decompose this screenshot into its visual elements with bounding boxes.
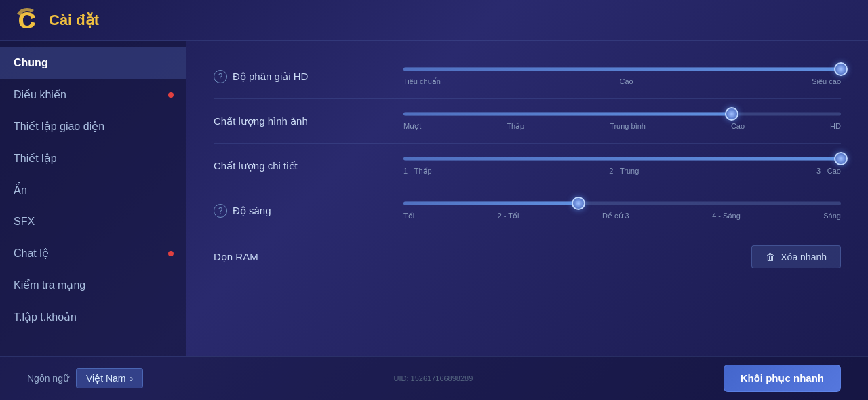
setting-do-sang: ? Độ sáng Tối 2 - Tối Đề cử 3 4 - Sáng S… <box>214 188 841 233</box>
slider-label-trung-binh: Trung bình <box>610 122 646 131</box>
slider-track-wrapper-chat-luong-hinh-anh[interactable] <box>403 111 841 117</box>
language-area: Ngôn ngữ Việt Nam › <box>27 368 143 388</box>
sidebar-item-sfx[interactable]: SFX <box>0 206 186 237</box>
setting-label-area-do-phan-giai: ? Độ phân giải HD <box>214 70 390 83</box>
main-layout: ChungĐiều khiểnThiết lập giao diệnThiết … <box>0 41 868 356</box>
slider-do-sang[interactable]: Tối 2 - Tối Đề cử 3 4 - Sáng Sáng <box>403 201 841 220</box>
sidebar-item-thiet-lap-giao-dien[interactable]: Thiết lập giao diện <box>0 111 186 142</box>
slider-labels-chat-luong-chi-tiet: 1 - Thấp 2 - Trung 3 - Cao <box>403 167 841 176</box>
slider-label-sieu-cao: Siêu cao <box>812 77 841 86</box>
slider-label-cao-1: Cao <box>619 77 633 86</box>
slider-chat-luong-hinh-anh[interactable]: Mượt Thấp Trung bình Cao HD <box>403 111 841 131</box>
sidebar: ChungĐiều khiểnThiết lập giao diệnThiết … <box>0 41 186 356</box>
sidebar-item-chat-le[interactable]: Chat lệ <box>0 237 186 269</box>
slider-labels-do-sang: Tối 2 - Tối Đề cử 3 4 - Sáng Sáng <box>403 212 841 220</box>
sidebar-item-label-t-lap-t-khoan: T.lập t.khoản <box>14 311 77 323</box>
chevron-right-icon: › <box>130 373 133 384</box>
help-icon-do-phan-giai[interactable]: ? <box>214 70 227 83</box>
slider-fill-chat-luong-hinh-anh <box>403 113 732 116</box>
slider-thumb-do-sang[interactable] <box>572 197 585 210</box>
slider-thumb-do-phan-giai[interactable] <box>834 62 848 76</box>
slider-fill-do-phan-giai <box>403 68 841 71</box>
sidebar-notification-dot-dieu-khien <box>168 92 174 98</box>
slider-labels-chat-luong-hinh-anh: Mượt Thấp Trung bình Cao HD <box>403 122 841 131</box>
language-value: Việt Nam <box>86 373 126 384</box>
language-button[interactable]: Việt Nam › <box>76 368 143 388</box>
sidebar-item-chung[interactable]: Chung <box>0 47 186 79</box>
slider-label-toi: Tối <box>403 212 414 220</box>
slider-track-wrapper-do-phan-giai[interactable] <box>403 66 841 72</box>
sidebar-item-thiet-lap[interactable]: Thiết lập <box>0 142 186 174</box>
sidebar-item-label-chat-le: Chat lệ <box>14 247 49 260</box>
sidebar-item-an[interactable]: Ẩn <box>0 174 186 206</box>
slider-fill-chat-luong-chi-tiet <box>403 157 841 161</box>
setting-label-area-do-sang: ? Độ sáng <box>214 204 390 218</box>
slider-label-cao-2: Cao <box>731 122 745 131</box>
uid-display: UID: 152617166898289 <box>394 374 473 382</box>
setting-label-chat-luong-hinh-anh: Chất lượng hình ảnh <box>214 115 308 127</box>
sidebar-item-t-lap-t-khoan[interactable]: T.lập t.khoản <box>0 301 186 333</box>
setting-label-do-phan-giai: Độ phân giải HD <box>233 71 308 83</box>
xoa-nhanh-button[interactable]: 🗑 Xóa nhanh <box>751 245 841 268</box>
setting-do-phan-giai: ? Độ phân giải HD Tiêu chuẩn Cao Siêu ca… <box>214 54 841 99</box>
slider-track-wrapper-do-sang[interactable] <box>403 201 841 206</box>
slider-label-3-cao: 3 - Cao <box>816 167 841 176</box>
slider-label-sang: Sáng <box>823 212 841 220</box>
sidebar-item-label-an: Ẩn <box>14 184 27 197</box>
slider-label-de-cu-3: Đề cử 3 <box>602 212 629 220</box>
sidebar-item-label-sfx: SFX <box>14 216 35 228</box>
sidebar-item-label-dieu-khien: Điều khiển <box>14 88 66 101</box>
setting-don-ram: Dọn RAM 🗑 Xóa nhanh <box>214 233 841 281</box>
slider-track-wrapper-chat-luong-chi-tiet[interactable] <box>403 156 841 161</box>
slider-label-thap: Thấp <box>507 122 524 131</box>
sidebar-item-label-thiet-lap: Thiết lập <box>14 152 57 165</box>
trash-icon: 🗑 <box>766 252 775 262</box>
slider-label-4-sang: 4 - Sáng <box>712 212 741 220</box>
slider-label-hd: HD <box>830 122 841 131</box>
slider-thumb-chat-luong-chi-tiet[interactable] <box>834 152 848 165</box>
setting-label-do-sang: Độ sáng <box>233 205 271 217</box>
slider-label-muot: Mượt <box>403 122 421 131</box>
slider-labels-do-phan-giai: Tiêu chuẩn Cao Siêu cao <box>403 77 841 86</box>
setting-chat-luong-hinh-anh: Chất lượng hình ảnh Mượt Thấp Trung bình… <box>214 99 841 144</box>
page-title: Cài đặt <box>49 12 99 29</box>
sidebar-item-dieu-khien[interactable]: Điều khiển <box>0 79 186 111</box>
sidebar-item-kiem-tra-mang[interactable]: Kiểm tra mạng <box>0 269 186 301</box>
setting-label-area-chat-luong-chi-tiet: Chất lượng chi tiết <box>214 160 390 172</box>
setting-chat-luong-chi-tiet: Chất lượng chi tiết 1 - Thấp 2 - Trung 3… <box>214 144 841 188</box>
footer: Ngôn ngữ Việt Nam › UID: 152617166898289… <box>0 356 868 400</box>
restore-button[interactable]: Khôi phục nhanh <box>724 365 841 392</box>
header: Cài đặt <box>0 0 868 41</box>
setting-label-chat-luong-chi-tiet: Chất lượng chi tiết <box>214 160 298 172</box>
slider-label-2-toi: 2 - Tối <box>498 212 519 220</box>
sidebar-item-label-thiet-lap-giao-dien: Thiết lập giao diện <box>14 120 104 133</box>
xoa-nhanh-label: Xóa nhanh <box>781 252 827 262</box>
slider-thumb-chat-luong-hinh-anh[interactable] <box>725 107 738 121</box>
slider-label-1-thap: 1 - Thấp <box>403 167 432 176</box>
slider-do-phan-giai[interactable]: Tiêu chuẩn Cao Siêu cao <box>403 66 841 86</box>
content-area: ? Độ phân giải HD Tiêu chuẩn Cao Siêu ca… <box>186 41 868 356</box>
help-icon-do-sang[interactable]: ? <box>214 204 227 218</box>
restore-label: Khôi phục nhanh <box>741 372 824 384</box>
slider-fill-do-sang <box>403 202 578 205</box>
sidebar-notification-dot-chat-le <box>168 251 174 256</box>
setting-label-area-chat-luong-hinh-anh: Chất lượng hình ảnh <box>214 115 390 127</box>
don-ram-label: Dọn RAM <box>214 251 390 263</box>
slider-label-2-trung: 2 - Trung <box>609 167 639 176</box>
language-label: Ngôn ngữ <box>27 373 69 384</box>
slider-chat-luong-chi-tiet[interactable]: 1 - Thấp 2 - Trung 3 - Cao <box>403 156 841 176</box>
logo-icon <box>14 7 41 34</box>
sidebar-item-label-chung: Chung <box>14 57 48 69</box>
sidebar-item-label-kiem-tra-mang: Kiểm tra mạng <box>14 279 85 292</box>
slider-label-tieu-chuan: Tiêu chuẩn <box>403 77 441 86</box>
